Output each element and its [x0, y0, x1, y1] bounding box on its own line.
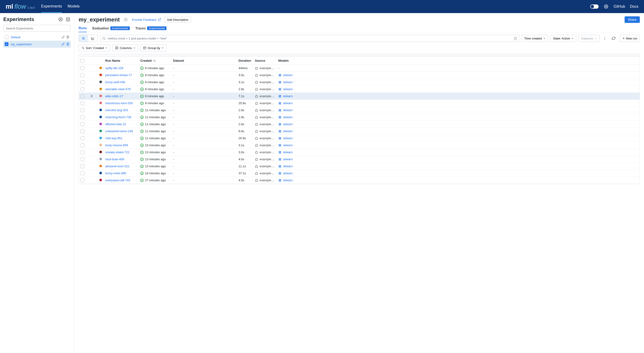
run-name-link[interactable]: chill-asp-851 [105, 136, 122, 140]
table-row[interactable]: unleashed-wren-249 11 minutes ago - 6.8s… [79, 128, 640, 135]
provide-feedback-link[interactable]: Provide Feedback [132, 18, 161, 21]
new-run-button[interactable]: New run [620, 35, 640, 42]
run-name-link[interactable]: industrious-loon-530 [105, 101, 133, 105]
col-source[interactable]: Source [255, 59, 278, 62]
sidebar-item[interactable]: my_experiment [3, 41, 71, 48]
edit-icon[interactable] [62, 42, 65, 46]
group-by-dropdown[interactable]: Group by [140, 44, 166, 51]
chart-view-icon[interactable] [88, 35, 98, 42]
table-row[interactable]: loud-boar-409 13 minutes ago - 4.0s exam… [79, 156, 640, 163]
model-link[interactable]: sklearn [283, 94, 293, 98]
table-row[interactable]: overjoyed-calf-743 27 minutes ago - 4.5s… [79, 177, 640, 184]
list-view-icon[interactable] [79, 35, 88, 42]
table-row[interactable]: merciful-dog-303 11 minutes ago - 2.9s e… [79, 107, 640, 114]
experiment-checkbox[interactable] [5, 35, 8, 39]
tab-models[interactable]: Models [68, 0, 80, 13]
theme-toggle[interactable] [590, 4, 599, 9]
experiment-checkbox[interactable] [5, 42, 8, 46]
row-checkbox[interactable] [81, 66, 84, 70]
model-link[interactable]: sklearn [283, 101, 293, 105]
datasets-dropdown[interactable]: Datasets [578, 35, 599, 42]
table-row[interactable]: industrious-loon-530 9 minutes ago - 25.… [79, 100, 640, 107]
table-row[interactable]: sneaky-steed-722 13 minutes ago - 3.0s e… [79, 149, 640, 156]
row-checkbox[interactable] [81, 122, 84, 126]
add-description-button[interactable]: Add Description [164, 17, 191, 23]
model-link[interactable]: sklearn [283, 171, 293, 175]
state-dropdown[interactable]: State: Active [550, 35, 576, 42]
model-link[interactable]: sklearn [283, 122, 293, 126]
select-all-checkbox[interactable] [81, 59, 84, 63]
columns-dropdown[interactable]: Columns [112, 44, 138, 51]
model-link[interactable]: sklearn [283, 143, 293, 147]
run-name-link[interactable]: persistent-shrew-77 [105, 73, 132, 77]
run-name-link[interactable]: burly-moose-859 [105, 143, 128, 147]
logo[interactable]: mlflow 2.19.0 [6, 3, 34, 10]
subtab-traces[interactable]: Traces Experimental [136, 26, 167, 32]
col-run-name[interactable]: Run Name [105, 59, 140, 62]
model-link[interactable]: sklearn [283, 108, 293, 112]
col-duration[interactable]: Duration [238, 59, 255, 62]
gear-icon[interactable] [603, 4, 609, 9]
tab-experiments[interactable]: Experiments [41, 0, 62, 13]
table-row[interactable]: adorable-newt-579 9 minutes ago - 2.9s e… [79, 86, 640, 93]
run-name-link[interactable]: adorable-newt-579 [105, 87, 130, 91]
run-name-link[interactable]: charming-finch-739 [105, 115, 131, 119]
sidebar-item[interactable]: Default [3, 34, 71, 41]
table-row[interactable]: chill-asp-851 11 minutes ago - 25.9s exa… [79, 135, 640, 142]
model-link[interactable]: sklearn [283, 136, 293, 140]
run-name-link[interactable]: sneaky-steed-722 [105, 150, 129, 154]
run-name-link[interactable]: loud-boar-409 [105, 157, 124, 161]
run-name-link[interactable]: unleashed-wren-249 [105, 129, 133, 133]
table-row[interactable]: funny-wolf-436 9 minutes ago - 3.1s exam… [79, 79, 640, 86]
search-experiments-input[interactable] [3, 25, 71, 32]
subtab-runs[interactable]: Runs [78, 26, 87, 32]
github-link[interactable]: GitHub [614, 4, 625, 9]
run-name-link[interactable]: funny-wolf-436 [105, 80, 125, 84]
col-dataset[interactable]: Dataset [173, 59, 238, 62]
run-name-link[interactable]: efficient-bee-22 [105, 122, 126, 126]
row-checkbox[interactable] [81, 143, 84, 147]
model-link[interactable]: sklearn [283, 87, 293, 91]
row-checkbox[interactable] [81, 157, 84, 161]
row-checkbox[interactable] [81, 136, 84, 140]
row-checkbox[interactable] [81, 164, 84, 168]
search-runs-input[interactable]: metrics.rmse < 1 and params.model = "tre… [100, 35, 519, 42]
row-checkbox[interactable] [81, 129, 84, 133]
table-row[interactable]: able-robin-17 9 minutes ago - 7.1s examp… [79, 93, 640, 100]
collapse-sidebar-icon[interactable] [65, 16, 71, 22]
edit-icon[interactable] [62, 35, 65, 39]
model-link[interactable]: sklearn [283, 164, 293, 168]
row-checkbox[interactable] [81, 108, 84, 112]
table-row[interactable]: charming-finch-739 11 minutes ago - 2.9s… [79, 114, 640, 121]
row-checkbox[interactable] [81, 115, 84, 119]
run-name-link[interactable]: funny-mink-880 [105, 171, 126, 175]
run-name-link[interactable]: spiffy-elk-229 [105, 66, 123, 70]
kebab-menu-icon[interactable] [602, 35, 608, 41]
share-button[interactable]: Share [624, 16, 640, 23]
row-checkbox[interactable] [81, 150, 84, 154]
model-link[interactable]: sklearn [283, 80, 293, 84]
model-link[interactable]: sklearn [283, 150, 293, 154]
model-link[interactable]: sklearn [283, 129, 293, 133]
col-models[interactable]: Models [278, 59, 638, 62]
row-checkbox[interactable] [81, 87, 84, 91]
table-row[interactable]: burly-moose-859 13 minutes ago - 3.1s ex… [79, 142, 640, 149]
pin-icon[interactable] [90, 95, 100, 98]
docs-link[interactable]: Docs [630, 4, 638, 9]
table-row[interactable]: spiffy-elk-229 9 minutes ago - 444ms exa… [79, 65, 640, 72]
delete-icon[interactable] [66, 42, 70, 46]
table-row[interactable]: funny-mink-880 14 minutes ago - 37.1s ex… [79, 170, 640, 177]
col-created[interactable]: Created [140, 59, 173, 62]
model-link[interactable]: sklearn [283, 157, 293, 161]
sort-dropdown[interactable]: Sort: Created [78, 44, 110, 51]
add-experiment-icon[interactable] [58, 16, 63, 22]
model-link[interactable]: sklearn [283, 115, 293, 119]
model-link[interactable]: sklearn [283, 178, 293, 182]
run-name-link[interactable]: abrasive-loon-321 [105, 164, 130, 168]
model-link[interactable]: sklearn [283, 73, 293, 77]
row-checkbox[interactable] [81, 101, 84, 105]
row-checkbox[interactable] [81, 178, 84, 182]
subtab-evaluation[interactable]: Evaluation Experimental [92, 26, 130, 32]
run-name-link[interactable]: overjoyed-calf-743 [105, 178, 130, 182]
row-checkbox[interactable] [81, 73, 84, 77]
